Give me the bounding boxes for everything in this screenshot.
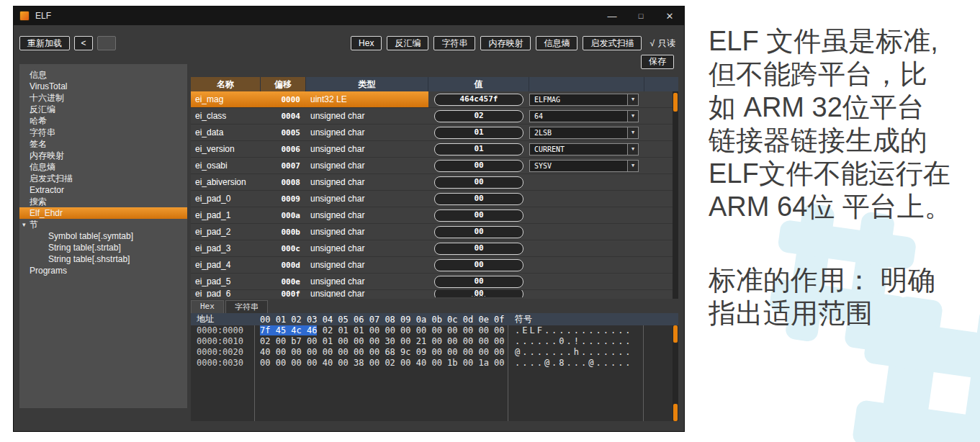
sidebar-item[interactable]: Elf_Ehdr	[19, 207, 187, 219]
col-header-value[interactable]: 值	[428, 77, 529, 91]
sidebar-item[interactable]: String table[.strtab]	[19, 242, 187, 253]
sidebar-item[interactable]: Symbol table[.symtab]	[19, 230, 187, 242]
enum-dropdown[interactable]: CURRENT▼	[529, 143, 639, 155]
hex-row[interactable]: 0000:001002 00 b7 00 01 00 00 00 30 00 2…	[191, 336, 673, 347]
view-button[interactable]: 内存映射	[480, 36, 531, 50]
value-button[interactable]: 00	[434, 259, 523, 271]
hex-row[interactable]: 0000:002040 00 00 00 00 00 00 00 68 9c 0…	[191, 347, 673, 358]
sidebar-item[interactable]: VirusTotal	[19, 81, 187, 92]
sidebar-item[interactable]: 字符串	[19, 127, 187, 138]
enum-dropdown[interactable]: 64▼	[529, 110, 639, 122]
value-button[interactable]: 00	[434, 209, 523, 222]
value-button[interactable]: 464c457f	[434, 94, 523, 106]
field-row[interactable]: ei_pad_00009unsigned char00	[191, 191, 673, 207]
sidebar-item-label: 内存映射	[30, 150, 64, 161]
field-row[interactable]: ei_pad_5000eunsigned char00	[191, 274, 673, 290]
value-button[interactable]: 00	[434, 276, 523, 288]
field-enum-cell: CURRENT▼	[529, 141, 644, 157]
maximize-button[interactable]: □	[626, 6, 655, 25]
hex-ascii: ....@.8...@.....	[508, 358, 673, 369]
chevron-down-icon[interactable]: ▼	[627, 111, 638, 122]
view-button[interactable]: 启发式扫描	[583, 36, 642, 50]
col-header-name[interactable]: 名称	[191, 77, 261, 91]
field-row[interactable]: ei_mag0000uint32 LE464c457fELFMAG▼	[191, 91, 673, 108]
sidebar-item[interactable]: 内存映射	[19, 150, 187, 161]
field-enum-cell: 64▼	[529, 108, 644, 124]
value-button[interactable]: 01	[434, 143, 523, 155]
column-divider	[254, 325, 255, 421]
chevron-down-icon[interactable]: ▾	[22, 219, 30, 230]
sidebar-item[interactable]: 签名	[19, 138, 187, 150]
value-button[interactable]: 00	[434, 160, 523, 172]
enum-dropdown[interactable]: SYSV▼	[529, 160, 639, 172]
field-row[interactable]: ei_data0005unsigned char012LSB▼	[191, 125, 673, 141]
readonly-checkbox[interactable]: √ 只读	[649, 37, 675, 50]
chevron-down-icon[interactable]: ▼	[627, 127, 638, 138]
sidebar-item[interactable]: Extractor	[19, 184, 187, 196]
hex-symbol-header: 符号	[508, 313, 678, 325]
field-row[interactable]: ei_abiversion0008unsigned char00	[191, 174, 673, 191]
hex-scrollbar[interactable]	[673, 325, 678, 421]
value-button[interactable]: 00	[434, 226, 523, 238]
field-value-cell: 00	[428, 174, 529, 190]
view-button[interactable]: 信息熵	[536, 36, 577, 50]
field-row[interactable]: ei_version0006unsigned char01CURRENT▼	[191, 141, 673, 158]
field-row[interactable]: ei_pad_4000dunsigned char00	[191, 257, 673, 274]
sidebar-item-label: 十六进制	[30, 92, 64, 104]
value-button[interactable]: 00	[434, 243, 523, 255]
sidebar-item[interactable]: 搜索	[19, 196, 187, 207]
sidebar-item[interactable]: Programs	[19, 265, 187, 276]
sidebar-item[interactable]: ▾节	[19, 219, 187, 230]
view-button[interactable]: 字符串	[433, 36, 475, 50]
field-row[interactable]: ei_class0004unsigned char0264▼	[191, 108, 673, 125]
chevron-down-icon[interactable]: ▼	[627, 161, 638, 171]
forward-button[interactable]	[97, 36, 116, 50]
save-button[interactable]: 保存	[641, 55, 674, 69]
field-offset: 000f	[261, 290, 306, 297]
field-name: ei_pad_6	[191, 290, 261, 297]
hex-row[interactable]: 0000:00007f 45 4c 46 02 01 01 00 00 00 0…	[191, 325, 673, 336]
view-button[interactable]: Hex	[351, 36, 382, 50]
more-rows-indicator: ......	[428, 291, 529, 298]
sidebar-item-label: 搜索	[30, 196, 47, 207]
back-button[interactable]: <	[74, 36, 93, 50]
sidebar-item[interactable]: 启发式扫描	[19, 173, 187, 184]
field-row[interactable]: ei_pad_3000cunsigned char00	[191, 240, 673, 257]
value-button[interactable]: 01	[434, 127, 523, 139]
field-row[interactable]: ei_pad_2000bunsigned char00	[191, 224, 673, 240]
sidebar-item[interactable]: 十六进制	[19, 92, 187, 104]
col-header-type[interactable]: 类型	[306, 77, 428, 91]
tab-hex[interactable]: Hex	[191, 300, 224, 313]
hex-bytes: 40 00 00 00 00 00 00 00 68 9c 09 00 00 0…	[254, 347, 508, 358]
scrollbar-thumb[interactable]	[673, 93, 678, 112]
scrollbar-thumb[interactable]	[673, 325, 678, 343]
titlebar[interactable]: ELF — □ ✕	[14, 6, 684, 25]
sidebar-item[interactable]: String table[.shstrtab]	[19, 253, 187, 265]
minimize-button[interactable]: —	[598, 6, 626, 25]
tab-strings[interactable]: 字符串	[225, 300, 268, 313]
hex-bytes: 7f 45 4c 46 02 01 01 00 00 00 00 00 00 0…	[254, 325, 508, 336]
sidebar-item[interactable]: 反汇编	[19, 104, 187, 115]
view-button[interactable]: 反汇编	[387, 36, 428, 50]
close-button[interactable]: ✕	[655, 6, 684, 25]
enum-dropdown[interactable]: ELFMAG▼	[529, 94, 639, 106]
sidebar-item[interactable]: 信息	[19, 69, 187, 81]
hex-row[interactable]: 0000:003000 00 00 00 40 00 38 00 02 00 4…	[191, 358, 673, 369]
value-button[interactable]: 00	[434, 176, 523, 189]
value-button[interactable]: 00	[434, 193, 523, 205]
chevron-down-icon[interactable]: ▼	[627, 144, 638, 155]
hex-panel: 地址 00 01 02 03 04 05 06 07 08 09 0a 0b 0…	[191, 313, 678, 421]
field-name: ei_pad_0	[191, 191, 261, 207]
reload-button[interactable]: 重新加载	[19, 36, 70, 50]
enum-dropdown[interactable]: 2LSB▼	[529, 127, 639, 139]
field-row[interactable]: ei_osabi0007unsigned char00SYSV▼	[191, 158, 673, 174]
field-row[interactable]: ei_pad_1000aunsigned char00	[191, 207, 673, 224]
sidebar-item[interactable]: 信息熵	[19, 161, 187, 173]
value-button[interactable]: 02	[434, 110, 523, 122]
sidebar-item[interactable]: 哈希	[19, 115, 187, 127]
chevron-down-icon[interactable]: ▼	[627, 94, 638, 105]
scrollbar-thumb[interactable]	[673, 404, 678, 421]
field-enum-cell	[529, 274, 644, 289]
fields-scrollbar[interactable]	[673, 91, 678, 299]
col-header-offset[interactable]: 偏移	[261, 77, 306, 91]
